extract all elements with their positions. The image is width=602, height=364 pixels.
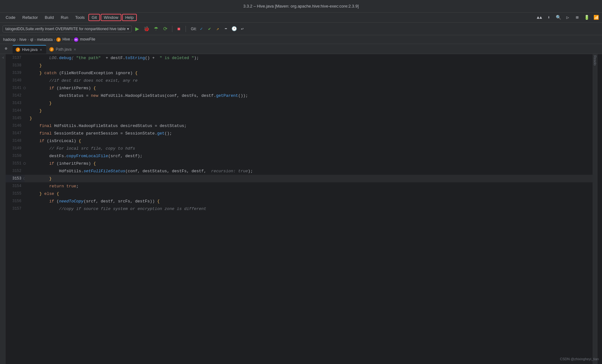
code-line-3155: } else {: [25, 190, 598, 197]
settings-icon[interactable]: ⚙: [3, 45, 9, 52]
code-line-3141: if (inheritPerms) {: [25, 84, 598, 92]
breadcrumb-sep3: ›: [34, 37, 36, 42]
line-3145: 3145: [6, 114, 25, 122]
line-3150: 3150: [6, 152, 25, 160]
code-line-3142: destStatus = new HdfsUtils.HadoopFileSta…: [25, 92, 598, 99]
profiler-icon[interactable]: ▲▲: [536, 14, 543, 21]
line-3139: 3139: [6, 69, 25, 77]
line-3149: 3149: [6, 145, 25, 152]
code-line-3150: destFs.copyFromLocalFile(srcf, destf);: [25, 152, 598, 160]
line-3137: 3137: [6, 54, 25, 62]
git-commit-icon[interactable]: ✔: [206, 25, 213, 32]
breadcrumb-sep4: ›: [54, 37, 55, 42]
tab-hive-java[interactable]: J Hive.java ✕: [13, 45, 46, 54]
grid-icon[interactable]: ⊞: [574, 14, 581, 21]
git-update-icon[interactable]: ✓: [198, 25, 205, 32]
line-3148: 3148: [6, 137, 25, 145]
git-history-icon[interactable]: 🕐: [231, 25, 237, 32]
tab-path-java-close[interactable]: ✕: [73, 47, 77, 52]
breadcrumb-hadoop[interactable]: hadoop: [3, 37, 16, 42]
code-line-3145: }: [25, 114, 598, 122]
tab-hive-java-label: Hive.java: [22, 47, 37, 52]
scroll-markers[interactable]: [598, 54, 602, 364]
line-3153: 3153: [6, 175, 25, 182]
menu-bar: Code Refactor Build Run Tools Git Window…: [0, 13, 602, 23]
code-line-3154: return true;: [25, 182, 598, 190]
breadcrumb-sep2: ›: [28, 37, 29, 42]
tab-path-java-label: Path.java: [56, 47, 71, 52]
line-3151: 3151: [6, 160, 25, 167]
code-line-3156: if (needToCopy(srcf, destf, srcFs, destF…: [25, 197, 598, 205]
breadcrumb-hive[interactable]: hive: [20, 37, 26, 42]
toolbar: talogedDDLSuite.verify insert OVERWRITE …: [0, 23, 602, 35]
line-number-gutter: 3137 3138 3139 3140 3141 3142 3143 3144 …: [6, 54, 25, 364]
line-3147: 3147: [6, 130, 25, 137]
breadcrumb-movefile[interactable]: m moveFile: [74, 37, 95, 42]
tab-path-icon: J: [49, 47, 54, 52]
code-line-3149: // For local src file, copy to hdfs: [25, 145, 598, 152]
fold-button[interactable]: ◁: [1, 55, 5, 60]
code-line-3139: } catch (FileNotFoundException ignore) {: [25, 69, 598, 77]
line-3143: 3143: [6, 99, 25, 107]
code-line-3151: if (inheritPerms) {: [25, 160, 598, 167]
breadcrumb-sep5: ›: [71, 37, 73, 42]
tab-hive-java-close[interactable]: ✕: [39, 47, 43, 52]
menu-build[interactable]: Build: [42, 14, 57, 21]
run-configuration[interactable]: talogedDDLSuite.verify insert OVERWRITE …: [3, 25, 132, 32]
line-3146: 3146: [6, 122, 25, 130]
menu-window[interactable]: Window: [101, 14, 121, 21]
menu-code[interactable]: Code: [3, 14, 19, 21]
tab-java-icon: J: [16, 47, 20, 52]
window-title: 3.3.2 – Hive.java [Maven: org.apache.hiv…: [243, 4, 359, 8]
run-config-arrow: ▾: [127, 27, 129, 31]
menu-refactor[interactable]: Refactor: [19, 14, 41, 21]
breadcrumb-ql[interactable]: ql: [30, 37, 33, 42]
line-3138: 3138: [6, 62, 25, 69]
menu-run[interactable]: Run: [58, 14, 71, 21]
line-3154: 3154: [6, 182, 25, 190]
code-line-3152: HdfsUtils.setFullFileStatus(conf, destSt…: [25, 167, 598, 175]
git-rollback-icon[interactable]: ↩: [239, 25, 246, 32]
code-editor[interactable]: LOG.debug( "the path" + destF.toString()…: [25, 54, 598, 364]
coverage-button[interactable]: ☂: [152, 25, 160, 33]
breadcrumb-hive-class[interactable]: J Hive: [56, 37, 70, 42]
line-3157: 3157: [6, 205, 25, 212]
code-line-3146: final HdfsUtils.HadoopFileStatus desired…: [25, 122, 598, 130]
battery-icon[interactable]: 🔋: [583, 14, 590, 21]
search-icon[interactable]: 🔍: [555, 14, 562, 21]
breadcrumb-sep1: ›: [17, 37, 18, 42]
method-icon: m: [74, 37, 78, 42]
git-push-icon[interactable]: ↗: [214, 25, 221, 32]
line-3155: 3155: [6, 190, 25, 197]
run-config-label: talogedDDLSuite.verify insert OVERWRITE …: [5, 27, 126, 31]
tabs-bar: ⚙ — J Hive.java ✕ J Path.java ✕: [0, 44, 602, 54]
menu-tools[interactable]: Tools: [72, 14, 88, 21]
readonly-label: Reado: [593, 54, 598, 364]
code-line-3138: }: [25, 62, 598, 69]
stop-button[interactable]: ■: [175, 25, 183, 33]
git-actions: ✓ ✔ ↗ ⬌ 🕐 ↩: [198, 25, 246, 32]
editor-area: ◁ 3137 3138 3139 3140 3141 3142 3143 314…: [0, 54, 602, 364]
tab-path-java[interactable]: J Path.java ✕: [46, 45, 80, 54]
menu-help[interactable]: Help: [122, 14, 137, 21]
menu-git[interactable]: Git: [88, 14, 100, 21]
download-icon[interactable]: ⬇: [545, 14, 552, 21]
profile-button[interactable]: ⟳: [161, 25, 170, 33]
play-circle-icon[interactable]: ▷: [564, 14, 571, 21]
git-label: Git:: [191, 27, 197, 31]
code-line-3140: //if dest dir does not exist, any re: [25, 77, 598, 84]
separator2: [186, 26, 186, 32]
run-button[interactable]: ▶: [133, 25, 141, 33]
git-branch-icon[interactable]: ⬌: [222, 25, 229, 32]
java-class-icon: J: [56, 37, 61, 42]
line-3142: 3142: [6, 92, 25, 99]
breadcrumb: hadoop › hive › ql › metadata › J Hive ›…: [0, 35, 602, 44]
code-line-3144: }: [25, 107, 598, 114]
wifi-icon[interactable]: 📶: [593, 14, 599, 21]
code-line-3147: final SessionState parentSession = Sessi…: [25, 130, 598, 137]
separator: [172, 26, 172, 32]
debug-button[interactable]: 🐞: [142, 25, 151, 33]
breadcrumb-metadata[interactable]: metadata: [37, 37, 53, 42]
line-3144: 3144: [6, 107, 25, 114]
code-line-3153: }: [25, 175, 598, 182]
